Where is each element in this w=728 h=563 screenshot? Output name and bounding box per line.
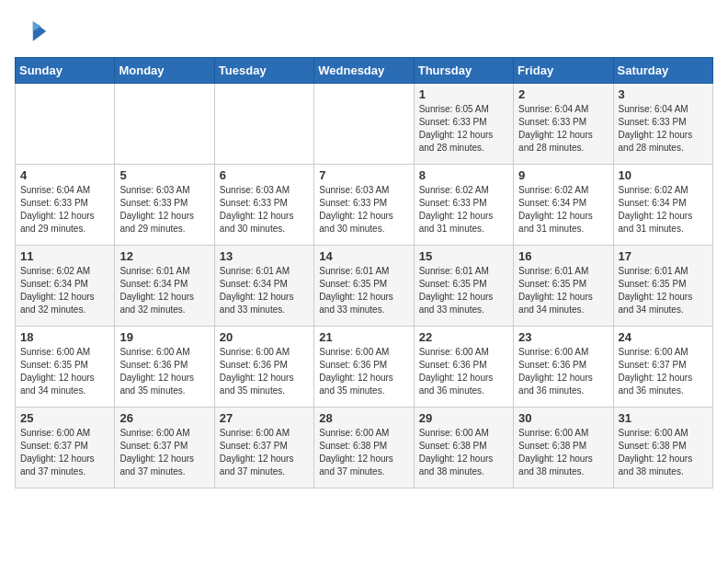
day-number: 28 — [319, 411, 408, 425]
day-info: Sunrise: 6:00 AM Sunset: 6:36 PM Dayligh… — [119, 346, 209, 397]
weekday-header-friday: Friday — [514, 58, 613, 84]
calendar-cell: 8Sunrise: 6:02 AM Sunset: 6:33 PM Daylig… — [414, 165, 513, 246]
weekday-header-tuesday: Tuesday — [214, 58, 313, 84]
day-number: 27 — [220, 411, 309, 425]
day-info: Sunrise: 6:03 AM Sunset: 6:33 PM Dayligh… — [220, 184, 309, 236]
logo — [15, 15, 51, 48]
day-number: 20 — [220, 330, 309, 344]
day-number: 23 — [518, 330, 608, 344]
day-number: 18 — [20, 330, 109, 344]
day-number: 12 — [119, 249, 209, 263]
calendar-cell: 31Sunrise: 6:00 AM Sunset: 6:38 PM Dayli… — [613, 408, 712, 488]
day-info: Sunrise: 6:04 AM Sunset: 6:33 PM Dayligh… — [619, 103, 708, 155]
day-number: 15 — [419, 249, 508, 263]
calendar-cell: 23Sunrise: 6:00 AM Sunset: 6:36 PM Dayli… — [514, 327, 613, 408]
calendar-cell: 24Sunrise: 6:00 AM Sunset: 6:37 PM Dayli… — [613, 327, 712, 408]
calendar-cell: 17Sunrise: 6:01 AM Sunset: 6:35 PM Dayli… — [613, 246, 712, 327]
calendar-cell: 6Sunrise: 6:03 AM Sunset: 6:33 PM Daylig… — [214, 165, 313, 246]
week-row-3: 18Sunrise: 6:00 AM Sunset: 6:35 PM Dayli… — [16, 327, 713, 408]
week-row-4: 25Sunrise: 6:00 AM Sunset: 6:37 PM Dayli… — [16, 408, 713, 488]
calendar-cell: 14Sunrise: 6:01 AM Sunset: 6:35 PM Dayli… — [314, 246, 414, 327]
calendar-cell: 13Sunrise: 6:01 AM Sunset: 6:34 PM Dayli… — [214, 246, 313, 327]
weekday-header-row: SundayMondayTuesdayWednesdayThursdayFrid… — [16, 58, 713, 84]
weekday-header-wednesday: Wednesday — [314, 58, 414, 84]
header — [15, 15, 713, 48]
day-number: 11 — [20, 249, 109, 263]
day-info: Sunrise: 6:01 AM Sunset: 6:35 PM Dayligh… — [619, 265, 708, 316]
week-row-2: 11Sunrise: 6:02 AM Sunset: 6:34 PM Dayli… — [16, 246, 713, 327]
calendar-cell: 3Sunrise: 6:04 AM Sunset: 6:33 PM Daylig… — [613, 84, 712, 165]
day-info: Sunrise: 6:01 AM Sunset: 6:35 PM Dayligh… — [419, 265, 508, 316]
day-info: Sunrise: 6:00 AM Sunset: 6:36 PM Dayligh… — [518, 346, 608, 397]
day-info: Sunrise: 6:00 AM Sunset: 6:38 PM Dayligh… — [619, 427, 708, 478]
day-info: Sunrise: 6:03 AM Sunset: 6:33 PM Dayligh… — [319, 184, 408, 236]
day-info: Sunrise: 6:04 AM Sunset: 6:33 PM Dayligh… — [518, 103, 608, 155]
calendar-cell — [115, 84, 214, 165]
day-info: Sunrise: 6:00 AM Sunset: 6:37 PM Dayligh… — [119, 427, 209, 478]
day-info: Sunrise: 6:00 AM Sunset: 6:37 PM Dayligh… — [20, 427, 109, 478]
calendar-cell: 1Sunrise: 6:05 AM Sunset: 6:33 PM Daylig… — [414, 84, 513, 165]
calendar-cell: 26Sunrise: 6:00 AM Sunset: 6:37 PM Dayli… — [115, 408, 214, 488]
day-number: 7 — [319, 168, 408, 182]
day-info: Sunrise: 6:00 AM Sunset: 6:38 PM Dayligh… — [419, 427, 508, 478]
calendar-cell: 27Sunrise: 6:00 AM Sunset: 6:37 PM Dayli… — [214, 408, 313, 488]
day-info: Sunrise: 6:02 AM Sunset: 6:33 PM Dayligh… — [419, 184, 508, 236]
day-info: Sunrise: 6:01 AM Sunset: 6:34 PM Dayligh… — [220, 265, 309, 316]
week-row-1: 4Sunrise: 6:04 AM Sunset: 6:33 PM Daylig… — [16, 165, 713, 246]
weekday-header-saturday: Saturday — [613, 58, 712, 84]
calendar-cell: 7Sunrise: 6:03 AM Sunset: 6:33 PM Daylig… — [314, 165, 414, 246]
day-number: 26 — [119, 411, 209, 425]
calendar-cell: 28Sunrise: 6:00 AM Sunset: 6:38 PM Dayli… — [314, 408, 414, 488]
day-number: 1 — [419, 87, 508, 101]
day-number: 22 — [419, 330, 508, 344]
day-number: 9 — [518, 168, 608, 182]
weekday-header-thursday: Thursday — [414, 58, 513, 84]
day-number: 16 — [518, 249, 608, 263]
day-number: 29 — [419, 411, 508, 425]
day-number: 6 — [220, 168, 309, 182]
day-number: 14 — [319, 249, 408, 263]
day-info: Sunrise: 6:01 AM Sunset: 6:35 PM Dayligh… — [518, 265, 608, 316]
calendar-cell: 18Sunrise: 6:00 AM Sunset: 6:35 PM Dayli… — [16, 327, 115, 408]
day-number: 8 — [419, 168, 508, 182]
calendar-cell: 21Sunrise: 6:00 AM Sunset: 6:36 PM Dayli… — [314, 327, 414, 408]
day-info: Sunrise: 6:01 AM Sunset: 6:35 PM Dayligh… — [319, 265, 408, 316]
calendar-cell: 4Sunrise: 6:04 AM Sunset: 6:33 PM Daylig… — [16, 165, 115, 246]
calendar-cell — [314, 84, 414, 165]
calendar-cell: 22Sunrise: 6:00 AM Sunset: 6:36 PM Dayli… — [414, 327, 513, 408]
calendar-cell: 10Sunrise: 6:02 AM Sunset: 6:34 PM Dayli… — [613, 165, 712, 246]
day-number: 3 — [619, 87, 708, 101]
calendar-cell: 2Sunrise: 6:04 AM Sunset: 6:33 PM Daylig… — [514, 84, 613, 165]
day-info: Sunrise: 6:05 AM Sunset: 6:33 PM Dayligh… — [419, 103, 508, 155]
calendar-cell: 16Sunrise: 6:01 AM Sunset: 6:35 PM Dayli… — [514, 246, 613, 327]
calendar-table: SundayMondayTuesdayWednesdayThursdayFrid… — [15, 57, 713, 488]
day-number: 10 — [619, 168, 708, 182]
day-info: Sunrise: 6:00 AM Sunset: 6:37 PM Dayligh… — [220, 427, 309, 478]
day-number: 31 — [619, 411, 708, 425]
day-number: 25 — [20, 411, 109, 425]
calendar-cell: 11Sunrise: 6:02 AM Sunset: 6:34 PM Dayli… — [16, 246, 115, 327]
calendar-cell: 25Sunrise: 6:00 AM Sunset: 6:37 PM Dayli… — [16, 408, 115, 488]
day-number: 13 — [220, 249, 309, 263]
day-info: Sunrise: 6:00 AM Sunset: 6:35 PM Dayligh… — [20, 346, 109, 397]
calendar-cell: 12Sunrise: 6:01 AM Sunset: 6:34 PM Dayli… — [115, 246, 214, 327]
day-number: 21 — [319, 330, 408, 344]
calendar-cell: 19Sunrise: 6:00 AM Sunset: 6:36 PM Dayli… — [115, 327, 214, 408]
day-number: 19 — [119, 330, 209, 344]
day-info: Sunrise: 6:04 AM Sunset: 6:33 PM Dayligh… — [20, 184, 109, 236]
calendar-cell: 30Sunrise: 6:00 AM Sunset: 6:38 PM Dayli… — [514, 408, 613, 488]
calendar-cell: 5Sunrise: 6:03 AM Sunset: 6:33 PM Daylig… — [115, 165, 214, 246]
calendar-cell: 15Sunrise: 6:01 AM Sunset: 6:35 PM Dayli… — [414, 246, 513, 327]
day-number: 30 — [518, 411, 608, 425]
logo-icon — [15, 15, 48, 48]
weekday-header-sunday: Sunday — [16, 58, 115, 84]
calendar-cell: 29Sunrise: 6:00 AM Sunset: 6:38 PM Dayli… — [414, 408, 513, 488]
calendar-cell — [214, 84, 313, 165]
day-info: Sunrise: 6:00 AM Sunset: 6:38 PM Dayligh… — [319, 427, 408, 478]
day-info: Sunrise: 6:02 AM Sunset: 6:34 PM Dayligh… — [20, 265, 109, 316]
day-info: Sunrise: 6:03 AM Sunset: 6:33 PM Dayligh… — [119, 184, 209, 236]
day-info: Sunrise: 6:02 AM Sunset: 6:34 PM Dayligh… — [518, 184, 608, 236]
day-info: Sunrise: 6:01 AM Sunset: 6:34 PM Dayligh… — [119, 265, 209, 316]
calendar-cell — [16, 84, 115, 165]
day-number: 4 — [20, 168, 109, 182]
